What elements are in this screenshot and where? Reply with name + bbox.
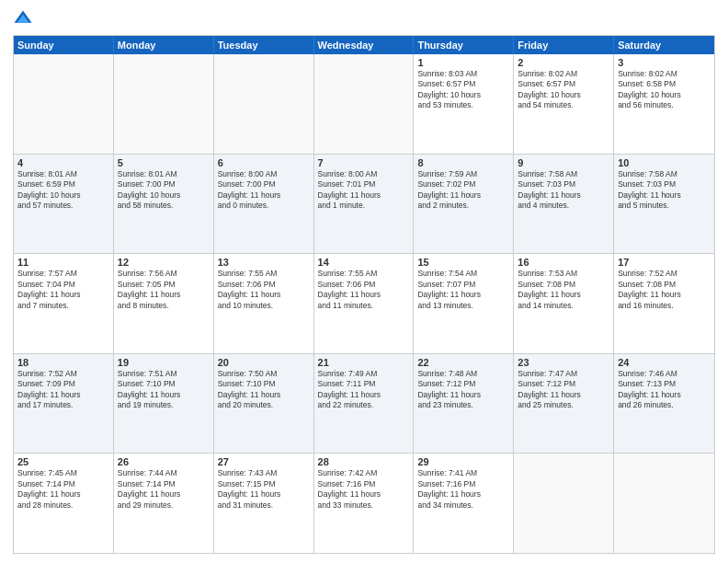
day-info: Sunrise: 7:56 AM Sunset: 7:05 PM Dayligh… [118, 269, 210, 311]
calendar-cell [114, 54, 214, 154]
day-number: 19 [118, 357, 210, 368]
calendar-cell [314, 54, 415, 154]
day-info: Sunrise: 7:41 AM Sunset: 7:16 PM Dayligh… [417, 468, 509, 511]
day-number: 15 [417, 257, 509, 268]
day-info: Sunrise: 7:58 AM Sunset: 7:03 PM Dayligh… [618, 169, 711, 212]
calendar-cell: 22Sunrise: 7:48 AM Sunset: 7:12 PM Dayli… [414, 354, 514, 454]
calendar-cell: 23Sunrise: 7:47 AM Sunset: 7:12 PM Dayli… [514, 354, 614, 454]
calendar-week-2: 4Sunrise: 8:01 AM Sunset: 6:59 PM Daylig… [14, 155, 714, 255]
calendar-cell [214, 54, 314, 154]
header-cell-thursday: Thursday [414, 36, 514, 54]
day-number: 23 [518, 357, 609, 368]
calendar-cell: 29Sunrise: 7:41 AM Sunset: 7:16 PM Dayli… [414, 454, 514, 553]
day-info: Sunrise: 7:44 AM Sunset: 7:14 PM Dayligh… [118, 468, 210, 511]
calendar-cell: 17Sunrise: 7:52 AM Sunset: 7:08 PM Dayli… [614, 254, 714, 353]
calendar-cell: 13Sunrise: 7:55 AM Sunset: 7:06 PM Dayli… [214, 254, 314, 353]
day-info: Sunrise: 8:03 AM Sunset: 6:57 PM Dayligh… [417, 69, 509, 111]
calendar-week-4: 18Sunrise: 7:52 AM Sunset: 7:09 PM Dayli… [14, 354, 714, 454]
day-number: 12 [118, 257, 210, 268]
calendar-cell: 12Sunrise: 7:56 AM Sunset: 7:05 PM Dayli… [114, 254, 214, 353]
day-info: Sunrise: 7:59 AM Sunset: 7:02 PM Dayligh… [417, 169, 509, 212]
calendar-cell: 20Sunrise: 7:50 AM Sunset: 7:10 PM Dayli… [214, 354, 314, 454]
day-number: 28 [318, 456, 410, 467]
day-number: 21 [318, 357, 410, 368]
header-cell-saturday: Saturday [614, 36, 714, 54]
calendar-cell: 26Sunrise: 7:44 AM Sunset: 7:14 PM Dayli… [114, 454, 214, 553]
logo [13, 9, 36, 29]
calendar-cell: 14Sunrise: 7:55 AM Sunset: 7:06 PM Dayli… [314, 254, 415, 353]
day-number: 25 [17, 456, 109, 467]
calendar-cell: 18Sunrise: 7:52 AM Sunset: 7:09 PM Dayli… [14, 354, 114, 454]
day-number: 26 [118, 456, 210, 467]
day-info: Sunrise: 7:52 AM Sunset: 7:08 PM Dayligh… [618, 269, 711, 311]
day-info: Sunrise: 8:01 AM Sunset: 7:00 PM Dayligh… [118, 169, 210, 212]
day-number: 8 [417, 157, 509, 168]
calendar-cell: 1Sunrise: 8:03 AM Sunset: 6:57 PM Daylig… [414, 54, 514, 154]
day-number: 16 [518, 257, 609, 268]
calendar-cell: 8Sunrise: 7:59 AM Sunset: 7:02 PM Daylig… [414, 155, 514, 254]
day-info: Sunrise: 7:45 AM Sunset: 7:14 PM Dayligh… [17, 468, 109, 511]
day-info: Sunrise: 7:48 AM Sunset: 7:12 PM Dayligh… [417, 369, 509, 411]
calendar-cell: 2Sunrise: 8:02 AM Sunset: 6:57 PM Daylig… [514, 54, 614, 154]
calendar-cell: 11Sunrise: 7:57 AM Sunset: 7:04 PM Dayli… [14, 254, 114, 353]
day-number: 2 [518, 57, 609, 68]
day-info: Sunrise: 7:50 AM Sunset: 7:10 PM Dayligh… [218, 369, 310, 411]
calendar-cell: 25Sunrise: 7:45 AM Sunset: 7:14 PM Dayli… [14, 454, 114, 553]
day-number: 17 [618, 257, 711, 268]
header-cell-sunday: Sunday [14, 36, 114, 54]
day-info: Sunrise: 7:52 AM Sunset: 7:09 PM Dayligh… [17, 369, 109, 411]
day-info: Sunrise: 8:02 AM Sunset: 6:58 PM Dayligh… [618, 69, 711, 111]
page: SundayMondayTuesdayWednesdayThursdayFrid… [0, 0, 728, 563]
calendar-cell: 5Sunrise: 8:01 AM Sunset: 7:00 PM Daylig… [114, 155, 214, 254]
calendar-cell [14, 54, 114, 154]
day-info: Sunrise: 8:01 AM Sunset: 6:59 PM Dayligh… [17, 169, 109, 212]
day-number: 29 [417, 456, 509, 467]
day-info: Sunrise: 7:49 AM Sunset: 7:11 PM Dayligh… [318, 369, 410, 411]
day-info: Sunrise: 7:57 AM Sunset: 7:04 PM Dayligh… [17, 269, 109, 311]
day-number: 11 [17, 257, 109, 268]
header [13, 9, 715, 29]
calendar-cell: 4Sunrise: 8:01 AM Sunset: 6:59 PM Daylig… [14, 155, 114, 254]
calendar-week-3: 11Sunrise: 7:57 AM Sunset: 7:04 PM Dayli… [14, 254, 714, 354]
calendar-cell: 19Sunrise: 7:51 AM Sunset: 7:10 PM Dayli… [114, 354, 214, 454]
day-info: Sunrise: 8:00 AM Sunset: 7:00 PM Dayligh… [218, 169, 310, 212]
day-info: Sunrise: 7:55 AM Sunset: 7:06 PM Dayligh… [318, 269, 410, 311]
calendar: SundayMondayTuesdayWednesdayThursdayFrid… [13, 35, 715, 554]
day-number: 14 [318, 257, 410, 268]
day-info: Sunrise: 8:02 AM Sunset: 6:57 PM Dayligh… [518, 69, 609, 111]
day-info: Sunrise: 7:58 AM Sunset: 7:03 PM Dayligh… [518, 169, 609, 212]
calendar-week-5: 25Sunrise: 7:45 AM Sunset: 7:14 PM Dayli… [14, 454, 714, 553]
day-number: 10 [618, 157, 711, 168]
day-number: 13 [218, 257, 310, 268]
day-number: 20 [218, 357, 310, 368]
logo-icon [13, 9, 33, 29]
calendar-cell: 10Sunrise: 7:58 AM Sunset: 7:03 PM Dayli… [614, 155, 714, 254]
day-info: Sunrise: 7:43 AM Sunset: 7:15 PM Dayligh… [218, 468, 310, 511]
header-cell-friday: Friday [514, 36, 614, 54]
calendar-cell: 6Sunrise: 8:00 AM Sunset: 7:00 PM Daylig… [214, 155, 314, 254]
day-number: 1 [417, 57, 509, 68]
calendar-cell: 28Sunrise: 7:42 AM Sunset: 7:16 PM Dayli… [314, 454, 415, 553]
calendar-cell [514, 454, 614, 553]
calendar-cell: 9Sunrise: 7:58 AM Sunset: 7:03 PM Daylig… [514, 155, 614, 254]
header-cell-wednesday: Wednesday [314, 36, 415, 54]
day-number: 7 [318, 157, 410, 168]
day-number: 27 [218, 456, 310, 467]
day-info: Sunrise: 7:55 AM Sunset: 7:06 PM Dayligh… [218, 269, 310, 311]
day-info: Sunrise: 7:47 AM Sunset: 7:12 PM Dayligh… [518, 369, 609, 411]
day-number: 6 [218, 157, 310, 168]
calendar-cell: 3Sunrise: 8:02 AM Sunset: 6:58 PM Daylig… [614, 54, 714, 154]
day-number: 24 [618, 357, 711, 368]
day-info: Sunrise: 7:51 AM Sunset: 7:10 PM Dayligh… [118, 369, 210, 411]
calendar-cell: 15Sunrise: 7:54 AM Sunset: 7:07 PM Dayli… [414, 254, 514, 353]
calendar-cell: 7Sunrise: 8:00 AM Sunset: 7:01 PM Daylig… [314, 155, 415, 254]
calendar-cell [614, 454, 714, 553]
header-cell-tuesday: Tuesday [214, 36, 314, 54]
day-info: Sunrise: 7:42 AM Sunset: 7:16 PM Dayligh… [318, 468, 410, 511]
day-info: Sunrise: 7:53 AM Sunset: 7:08 PM Dayligh… [518, 269, 609, 311]
day-info: Sunrise: 8:00 AM Sunset: 7:01 PM Dayligh… [318, 169, 410, 212]
day-info: Sunrise: 7:46 AM Sunset: 7:13 PM Dayligh… [618, 369, 711, 411]
day-number: 22 [417, 357, 509, 368]
day-number: 9 [518, 157, 609, 168]
day-info: Sunrise: 7:54 AM Sunset: 7:07 PM Dayligh… [417, 269, 509, 311]
